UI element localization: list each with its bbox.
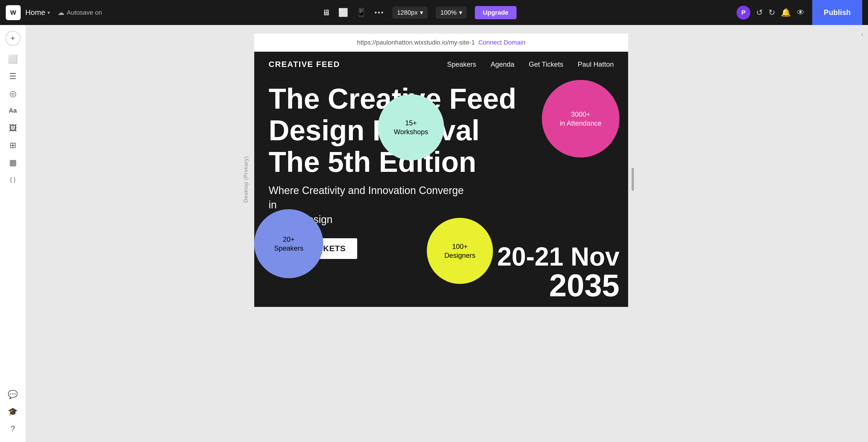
preview-icon[interactable]: 👁 bbox=[797, 8, 805, 17]
sidebar-icon-text[interactable]: Aa bbox=[5, 103, 21, 118]
undo-button[interactable]: ↺ bbox=[756, 8, 763, 17]
desktop-label: Desktop (Primary) bbox=[243, 156, 249, 203]
autosave-status: ☁ Autosave on bbox=[58, 9, 102, 17]
url-bar: https://paulonhatton.wixstudio.io/my-sit… bbox=[254, 34, 628, 52]
mobile-device-icon[interactable]: 📱 bbox=[356, 8, 366, 17]
upgrade-button[interactable]: Upgrade bbox=[475, 6, 517, 19]
redo-button[interactable]: ↻ bbox=[769, 8, 775, 17]
topbar: W Home ▾ ☁ Autosave on 🖥 ⬜ 📱 ••• 1280px … bbox=[0, 0, 868, 25]
left-sidebar: + ⬜ ☰ ◎ Aa 🖼 ⊞ ▦ { } 💬 🎓 ? bbox=[0, 25, 26, 442]
more-options-icon[interactable]: ••• bbox=[374, 9, 384, 17]
sidebar-icon-layers[interactable]: ☰ bbox=[5, 69, 21, 83]
notifications-icon[interactable]: 🔔 bbox=[781, 8, 791, 17]
date-line1: 20-21 Nov bbox=[497, 244, 620, 270]
sidebar-icon-code[interactable]: { } bbox=[5, 172, 21, 187]
sidebar-learn-icon[interactable]: 🎓 bbox=[5, 404, 21, 419]
home-menu[interactable]: Home ▾ bbox=[25, 8, 50, 17]
designers-circle: 100+ Designers bbox=[427, 218, 493, 284]
main-area: + ⬜ ☰ ◎ Aa 🖼 ⊞ ▦ { } 💬 🎓 ? https://paulo… bbox=[0, 25, 868, 442]
avatar[interactable]: P bbox=[737, 6, 750, 20]
connect-domain-link[interactable]: Connect Domain bbox=[478, 39, 525, 46]
nav-link-author[interactable]: Paul Hatton bbox=[578, 60, 614, 68]
topbar-center: 🖥 ⬜ 📱 ••• 1280px ▾ 100% ▾ Upgrade bbox=[107, 6, 732, 19]
date-line2: 2035 bbox=[497, 270, 620, 301]
site-logo: CREATIVE FEED bbox=[269, 60, 340, 69]
tablet-device-icon[interactable]: ⬜ bbox=[338, 8, 348, 17]
resolution-selector[interactable]: 1280px ▾ bbox=[392, 7, 428, 19]
url-text: https://paulonhatton.wixstudio.io/my-sit… bbox=[357, 39, 475, 46]
nav-link-tickets[interactable]: Get Tickets bbox=[529, 60, 563, 68]
home-label: Home bbox=[25, 8, 45, 17]
site-nav: CREATIVE FEED Speakers Agenda Get Ticket… bbox=[254, 52, 628, 77]
sidebar-icon-components[interactable]: ◎ bbox=[5, 86, 21, 101]
nav-links: Speakers Agenda Get Tickets Paul Hatton bbox=[447, 60, 614, 68]
zoom-selector[interactable]: 100% ▾ bbox=[436, 7, 466, 19]
canvas-right-handle[interactable] bbox=[631, 168, 634, 191]
right-panel-expand-icon[interactable]: ‹ bbox=[861, 31, 863, 38]
nav-link-agenda[interactable]: Agenda bbox=[491, 60, 515, 68]
nav-link-speakers[interactable]: Speakers bbox=[447, 60, 476, 68]
canvas-area: https://paulonhatton.wixstudio.io/my-sit… bbox=[26, 25, 857, 442]
home-chevron-icon: ▾ bbox=[48, 9, 50, 16]
sidebar-help-icon[interactable]: ? bbox=[5, 421, 21, 436]
sidebar-chat-icon[interactable]: 💬 bbox=[5, 387, 21, 402]
sidebar-icon-grid[interactable]: ▦ bbox=[5, 155, 21, 170]
topbar-right: P ↺ ↻ 🔔 👁 bbox=[737, 6, 805, 20]
canvas-wrapper: Desktop (Primary) CREATIVE FEED Speakers… bbox=[254, 52, 628, 307]
sidebar-icon-media[interactable]: 🖼 bbox=[5, 121, 21, 135]
speakers-circle: 20+ Speakers bbox=[254, 209, 323, 278]
workshops-circle: 15+ Workshops bbox=[378, 94, 444, 160]
desktop-device-icon[interactable]: 🖥 bbox=[322, 8, 330, 17]
wix-logo: W bbox=[6, 5, 21, 20]
hero-section: The Creative Feed Design Festival The 5t… bbox=[254, 77, 628, 307]
right-panel: ‹ bbox=[857, 25, 868, 442]
publish-button[interactable]: Publish bbox=[812, 0, 862, 25]
sidebar-icon-apps[interactable]: ⊞ bbox=[5, 138, 21, 152]
date-block: 20-21 Nov 2035 bbox=[497, 244, 620, 301]
attendance-circle: 3000+ in Attendance bbox=[542, 80, 620, 158]
sidebar-icon-pages[interactable]: ⬜ bbox=[5, 52, 21, 66]
canvas: CREATIVE FEED Speakers Agenda Get Ticket… bbox=[254, 52, 628, 307]
add-element-button[interactable]: + bbox=[5, 31, 21, 46]
